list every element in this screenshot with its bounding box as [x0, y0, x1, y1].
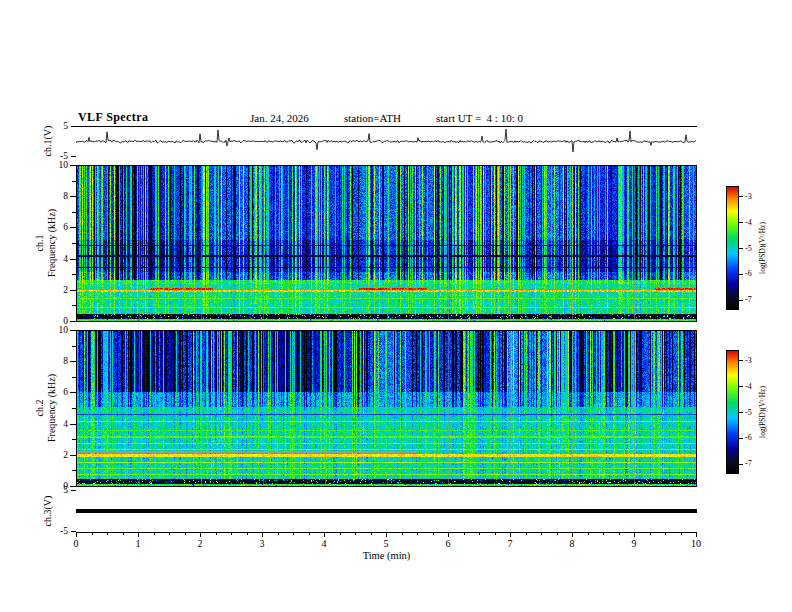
x-axis-minor-tick [681, 532, 682, 535]
ch1-wave-y-tick [71, 126, 76, 127]
x-axis-tick [572, 532, 573, 537]
colorbar-tick [739, 196, 743, 197]
colorbar-tick [739, 386, 743, 387]
ch2-spec-y-minor-tick [72, 377, 76, 378]
ch2-spec-y-tick-label: 8 [48, 356, 68, 366]
ch2-spectrogram-ylabel-line1: ch.2 [34, 374, 46, 442]
colorbar-tick-label: -5 [745, 244, 752, 253]
ch2-spectrogram-canvas [77, 331, 696, 486]
x-axis-tick [200, 532, 201, 537]
x-axis-minor-tick [619, 532, 620, 535]
ch1-spec-y-tick-label: 4 [48, 254, 68, 264]
plot-title: VLF Spectra [78, 110, 148, 125]
x-axis-tick-label: 7 [501, 538, 519, 549]
x-axis-tick-label: 6 [439, 538, 457, 549]
x-axis-minor-tick [247, 532, 248, 535]
ch1-waveform-canvas [76, 127, 697, 157]
x-axis-tick [76, 532, 77, 537]
x-axis-minor-tick [154, 532, 155, 535]
x-axis-tick [696, 532, 697, 537]
ch2-spec-y-tick [70, 486, 76, 487]
ch2-spec-y-tick-label: 10 [48, 325, 68, 335]
x-axis-tick-label: 1 [129, 538, 147, 549]
colorbar-tick [739, 438, 743, 439]
x-axis-tick [448, 532, 449, 537]
ch1-spec-y-minor-tick [72, 181, 76, 182]
ch2-spec-y-minor-tick [72, 346, 76, 347]
ch1-spectrogram-ylabel-line2: Frequency (kHz) [46, 209, 58, 277]
x-axis-tick-label: 0 [67, 538, 85, 549]
x-axis-minor-tick [464, 532, 465, 535]
ch1-spec-y-tick [70, 227, 76, 228]
x-axis-minor-tick [402, 532, 403, 535]
x-axis-minor-tick [371, 532, 372, 535]
x-axis-minor-tick [278, 532, 279, 535]
ch1-spec-y-tick [70, 196, 76, 197]
colorbar-tick-label: -3 [745, 192, 752, 201]
x-axis-minor-tick [495, 532, 496, 535]
ch3-wave-y-tick [71, 490, 76, 491]
ch2-spec-y-tick-label: 2 [48, 450, 68, 460]
ch1-wave-y-tick-label: -5 [48, 151, 68, 161]
colorbar-tick [739, 464, 743, 465]
ch1-spectrogram-canvas [77, 166, 696, 321]
colorbar-tick-label: -6 [745, 269, 752, 278]
x-axis-minor-tick [433, 532, 434, 535]
ch3-waveform-line [76, 509, 697, 513]
ch2-spectrogram-ylabel-line2: Frequency (kHz) [46, 374, 58, 442]
x-axis-tick [386, 532, 387, 537]
x-axis-minor-tick [169, 532, 170, 535]
ch2-spec-y-minor-tick [72, 470, 76, 471]
x-axis-minor-tick [355, 532, 356, 535]
x-axis-minor-tick [588, 532, 589, 535]
colorbar-tick-label: -3 [745, 356, 752, 365]
x-axis-tick-label: 9 [625, 538, 643, 549]
ch2-spec-y-tick [70, 330, 76, 331]
x-axis-minor-tick [557, 532, 558, 535]
x-axis-minor-tick [665, 532, 666, 535]
x-axis-minor-tick [309, 532, 310, 535]
colorbar-tick [739, 248, 743, 249]
colorbar-tick [739, 300, 743, 301]
x-axis-minor-tick [123, 532, 124, 535]
ch3-wave-y-tick [71, 531, 76, 532]
colorbar-tick-label: -7 [745, 459, 752, 468]
ch3-wave-y-tick-label: 5 [48, 485, 68, 495]
ch1-spec-y-tick [70, 321, 76, 322]
x-axis-minor-tick [185, 532, 186, 535]
ch3-wave-y-tick-label: -5 [48, 526, 68, 536]
ch1-spec-y-tick-label: 10 [48, 160, 68, 170]
x-axis-tick-label: 3 [253, 538, 271, 549]
ch2-spec-y-tick [70, 392, 76, 393]
x-axis-tick-label: 5 [377, 538, 395, 549]
vlf-spectra-page: VLF Spectra Jan. 24, 2026 station=ATH st… [0, 0, 792, 612]
ch1-spec-y-tick [70, 165, 76, 166]
x-axis-minor-tick [216, 532, 217, 535]
x-axis-tick [510, 532, 511, 537]
ch1-spec-y-minor-tick [72, 305, 76, 306]
ch1-spec-y-minor-tick [72, 243, 76, 244]
ch1-spec-y-minor-tick [72, 274, 76, 275]
colorbar2-label: log(PSD)(V²/Hz) [758, 386, 767, 438]
colorbar-tick [739, 222, 743, 223]
ch2-spec-y-minor-tick [72, 408, 76, 409]
colorbar-tick [739, 412, 743, 413]
x-axis-tick [138, 532, 139, 537]
ch1-spec-y-tick-label: 2 [48, 285, 68, 295]
ch1-spectrogram-ylabel: ch.1 Frequency (kHz) [34, 209, 58, 277]
ch1-wave-y-tick [71, 156, 76, 157]
x-axis-tick-label: 8 [563, 538, 581, 549]
ch2-spec-y-tick [70, 424, 76, 425]
x-axis-label: Time (min) [76, 550, 697, 561]
x-axis-minor-tick [231, 532, 232, 535]
ch2-spec-y-tick-label: 6 [48, 387, 68, 397]
x-axis-minor-tick [107, 532, 108, 535]
colorbar1-label: log(PSD)(V²/Hz) [758, 222, 767, 274]
ch1-wave-y-tick-label: 5 [48, 121, 68, 131]
colorbar-tick-label: -5 [745, 408, 752, 417]
x-axis-minor-tick [293, 532, 294, 535]
x-axis-tick-label: 4 [315, 538, 333, 549]
x-axis-tick-label: 2 [191, 538, 209, 549]
ch2-spec-y-minor-tick [72, 439, 76, 440]
x-axis-minor-tick [603, 532, 604, 535]
